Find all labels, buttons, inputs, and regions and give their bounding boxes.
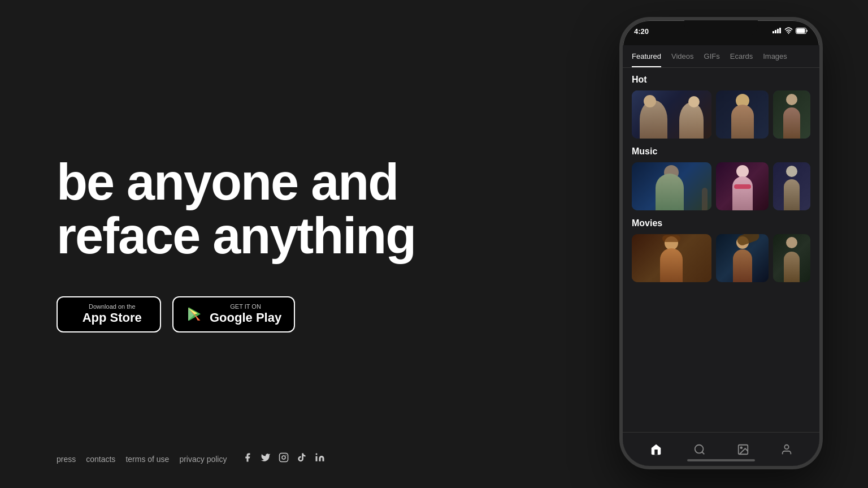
- hot-thumb-2[interactable]: [716, 90, 769, 139]
- left-panel: be anyone and reface anything  Download…: [57, 0, 480, 488]
- phone-shell: 4:20: [619, 17, 823, 469]
- nav-search-icon[interactable]: [693, 443, 706, 456]
- tiktok-icon[interactable]: [297, 452, 307, 465]
- svg-rect-3: [316, 456, 318, 461]
- headline-line2: reface anything: [57, 208, 415, 264]
- footer-terms-link[interactable]: terms of use: [125, 455, 169, 464]
- music-thumb-1[interactable]: [632, 162, 711, 210]
- hot-section: Hot: [623, 75, 819, 146]
- headline-line1: be anyone and: [57, 154, 398, 210]
- hot-section-title: Hot: [632, 75, 810, 85]
- movies-thumbnails: [632, 234, 810, 282]
- movies-thumb-1[interactable]: [632, 234, 711, 282]
- svg-rect-7: [777, 29, 779, 33]
- svg-rect-6: [775, 30, 776, 33]
- movies-section-title: Movies: [632, 218, 810, 228]
- svg-point-2: [286, 455, 287, 456]
- movies-section: Movies: [623, 218, 819, 290]
- music-section-title: Music: [632, 146, 810, 157]
- tab-ecards[interactable]: Ecards: [730, 52, 753, 67]
- apple-icon: : [70, 305, 77, 323]
- google-play-text: GET IT ON Google Play: [210, 303, 281, 326]
- svg-line-13: [702, 452, 704, 454]
- svg-point-15: [740, 447, 742, 448]
- linkedin-icon[interactable]: [315, 452, 325, 465]
- tab-gifs[interactable]: GIFs: [704, 52, 720, 67]
- footer-press-link[interactable]: press: [57, 455, 76, 464]
- tab-bar: Featured Videos GIFs Ecards Images: [623, 45, 819, 68]
- signal-icon: [772, 28, 782, 33]
- app-store-text: Download on the App Store: [83, 303, 142, 326]
- google-play-button[interactable]: GET IT ON Google Play: [172, 296, 295, 332]
- music-thumb-3[interactable]: [773, 162, 810, 210]
- store-buttons:  Download on the App Store GET IT ON Go…: [57, 296, 480, 332]
- phone-mockup: 4:20: [619, 17, 823, 469]
- social-icons: [242, 452, 325, 465]
- nav-home-icon[interactable]: [650, 443, 662, 456]
- tab-images[interactable]: Images: [763, 52, 787, 67]
- footer-privacy-link[interactable]: privacy policy: [179, 455, 227, 464]
- status-time: 4:20: [634, 26, 649, 36]
- svg-rect-5: [772, 31, 774, 33]
- google-play-icon: [186, 305, 204, 323]
- svg-rect-11: [797, 28, 805, 33]
- facebook-icon[interactable]: [242, 452, 253, 465]
- svg-point-1: [282, 456, 285, 459]
- music-thumb-2[interactable]: [716, 162, 769, 210]
- footer-contacts-link[interactable]: contacts: [86, 455, 115, 464]
- svg-point-16: [784, 444, 788, 448]
- music-thumbnails: [632, 162, 810, 210]
- app-store-large-text: App Store: [83, 310, 142, 325]
- music-section: Music: [623, 146, 819, 218]
- home-indicator: [687, 459, 755, 461]
- hot-thumbnails: [632, 90, 810, 139]
- svg-point-12: [695, 444, 703, 453]
- svg-point-4: [316, 454, 318, 455]
- twitter-icon[interactable]: [261, 452, 271, 465]
- movies-thumb-2[interactable]: [716, 234, 769, 282]
- svg-rect-8: [779, 28, 781, 33]
- status-icons: [772, 26, 808, 34]
- footer: press contacts terms of use privacy poli…: [57, 452, 325, 465]
- tab-featured[interactable]: Featured: [632, 52, 661, 67]
- instagram-icon[interactable]: [279, 452, 289, 465]
- svg-rect-0: [280, 454, 288, 462]
- nav-media-icon[interactable]: [737, 443, 749, 456]
- battery-icon: [796, 28, 808, 34]
- phone-notch: [684, 20, 758, 36]
- app-content: Featured Videos GIFs Ecards Images Hot: [623, 45, 819, 432]
- app-store-small-text: Download on the: [83, 303, 142, 310]
- hot-thumb-3[interactable]: [773, 90, 810, 139]
- app-store-button[interactable]:  Download on the App Store: [57, 296, 161, 332]
- tab-videos[interactable]: Videos: [671, 52, 694, 67]
- google-play-large-text: Google Play: [210, 310, 281, 325]
- google-play-small-text: GET IT ON: [210, 303, 281, 310]
- movies-thumb-3[interactable]: [773, 234, 810, 282]
- headline: be anyone and reface anything: [57, 156, 480, 262]
- wifi-icon: [784, 27, 793, 34]
- nav-profile-icon[interactable]: [780, 443, 793, 456]
- hot-thumb-1[interactable]: [632, 90, 711, 139]
- svg-point-9: [788, 33, 789, 34]
